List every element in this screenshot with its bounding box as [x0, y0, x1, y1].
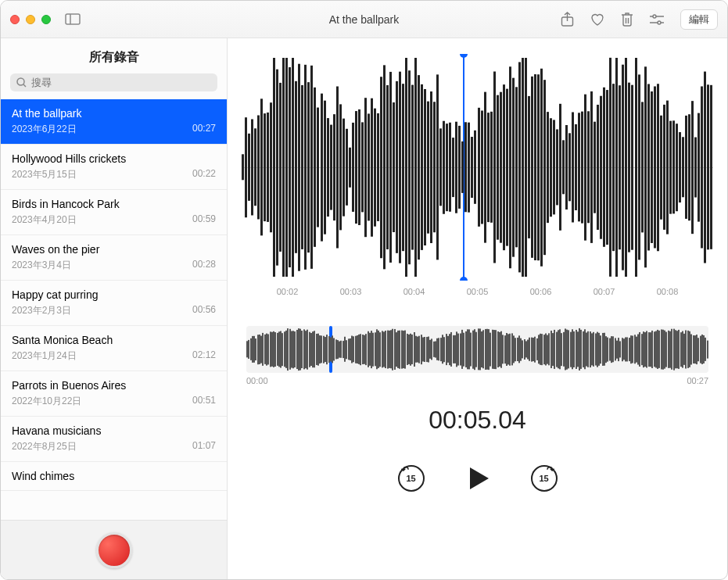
waveform-overview[interactable]	[246, 326, 708, 373]
edit-button[interactable]: 編輯	[680, 9, 718, 30]
svg-point-7	[17, 78, 24, 85]
recording-date: 2023年1月24日	[12, 349, 77, 363]
svg-point-6	[658, 21, 661, 24]
recordings-list[interactable]: At the ballpark2023年6月22日00:27Hollywood …	[1, 99, 227, 520]
delete-button[interactable]	[621, 12, 633, 27]
window-controls	[10, 15, 51, 24]
svg-rect-0	[66, 14, 80, 24]
recording-date: 2022年10月22日	[12, 395, 81, 408]
playback-controls: ↶15 ↷15	[228, 464, 727, 492]
recording-name: At the ballpark	[12, 107, 216, 120]
recording-date: 2023年5月15日	[12, 168, 77, 181]
recording-name: Waves on the pier	[12, 243, 216, 256]
titlebar: At the ballpark 編輯	[1, 1, 727, 38]
record-button[interactable]	[96, 532, 132, 568]
waveform-detail-area[interactable]: 00:0200:0300:0400:0500:0600:0700:08	[228, 38, 727, 304]
skip-back-button[interactable]: ↶15	[398, 465, 425, 492]
recording-duration: 01:07	[192, 440, 216, 453]
share-button[interactable]	[561, 12, 574, 27]
recording-item[interactable]: Happy cat purring2023年2月3日00:56	[1, 281, 227, 326]
main-pane: 00:0200:0300:0400:0500:0600:0700:08 00:0…	[228, 38, 727, 579]
toolbar-actions: 編輯	[561, 9, 718, 30]
sidebar-title: 所有錄音	[1, 38, 227, 73]
play-button[interactable]	[464, 464, 492, 492]
search-icon	[16, 77, 27, 88]
recording-item[interactable]: Havana musicians2022年8月25日01:07	[1, 417, 227, 462]
recording-duration: 00:56	[192, 304, 216, 317]
recording-item[interactable]: Hollywood Hills crickets2023年5月15日00:22	[1, 145, 227, 190]
svg-marker-9	[470, 467, 489, 489]
time-ruler: 00:0200:0300:0400:0500:0600:0700:08	[242, 281, 713, 304]
recording-duration: 00:28	[192, 259, 216, 272]
recording-date: 2023年6月22日	[12, 123, 77, 136]
current-time-display: 00:05.04	[228, 406, 727, 435]
settings-button[interactable]	[649, 13, 665, 26]
recording-item[interactable]: Parrots in Buenos Aires2022年10月22日00:51	[1, 371, 227, 417]
recording-duration: 00:59	[192, 213, 216, 227]
recording-name: Wind chimes	[12, 470, 216, 482]
recording-name: Birds in Hancock Park	[12, 198, 216, 210]
overview-end-time: 00:27	[687, 376, 708, 385]
recording-item[interactable]: At the ballpark2023年6月22日00:27	[1, 99, 227, 145]
overview-start-time: 00:00	[246, 376, 268, 385]
recording-item[interactable]: Birds in Hancock Park2023年4月20日00:59	[1, 190, 227, 235]
recording-duration: 00:51	[192, 395, 216, 408]
fullscreen-window-button[interactable]	[41, 15, 51, 24]
recording-date: 2023年4月20日	[12, 213, 77, 227]
recording-name: Happy cat purring	[12, 288, 216, 301]
sidebar-toggle-button[interactable]	[65, 13, 81, 25]
minimize-window-button[interactable]	[26, 15, 35, 24]
recording-name: Havana musicians	[12, 424, 216, 437]
close-window-button[interactable]	[10, 15, 20, 24]
svg-line-8	[23, 84, 26, 87]
recording-duration: 00:22	[192, 168, 216, 181]
recording-item[interactable]: Waves on the pier2023年3月4日00:28	[1, 235, 227, 281]
recording-date: 2022年8月25日	[12, 440, 77, 453]
skip-forward-button[interactable]: ↷15	[531, 465, 558, 492]
sidebar-footer	[1, 520, 227, 579]
voice-memos-window: At the ballpark 編輯 所有錄音 At the ballp	[0, 0, 728, 580]
recording-date: 2023年3月4日	[12, 259, 71, 272]
recording-date: 2023年2月3日	[12, 304, 71, 317]
svg-point-5	[653, 15, 656, 18]
recording-name: Santa Monica Beach	[12, 334, 216, 346]
recording-item[interactable]: Wind chimes	[1, 462, 227, 491]
recording-name: Parrots in Buenos Aires	[12, 379, 216, 392]
sidebar: 所有錄音 At the ballpark2023年6月22日00:27Holly…	[1, 38, 228, 579]
search-field[interactable]	[10, 73, 217, 91]
search-input[interactable]	[31, 77, 211, 88]
recording-name: Hollywood Hills crickets	[12, 152, 216, 165]
recording-item[interactable]: Santa Monica Beach2023年1月24日02:12	[1, 326, 227, 371]
favorite-button[interactable]	[590, 13, 605, 27]
recording-duration: 00:27	[192, 123, 216, 136]
recording-duration: 02:12	[192, 349, 216, 363]
